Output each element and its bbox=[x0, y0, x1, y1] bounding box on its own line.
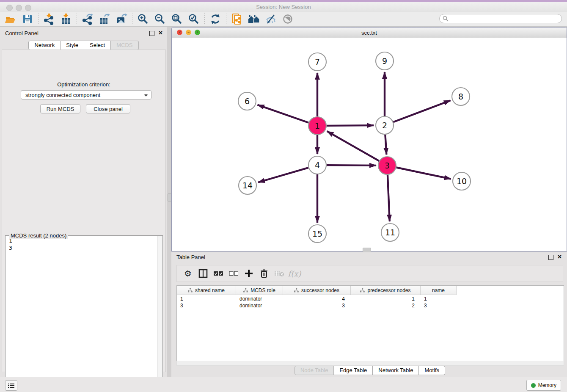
column-header-MCDS-role[interactable]: MCDS role bbox=[236, 286, 283, 295]
close-panel-button[interactable]: Close panel bbox=[86, 104, 130, 113]
tab-network-table[interactable]: Network Table bbox=[373, 366, 419, 375]
graph-node-8[interactable]: 8 bbox=[452, 88, 470, 105]
graph-node-9[interactable]: 9 bbox=[376, 52, 394, 70]
show-columns-icon[interactable] bbox=[195, 267, 211, 280]
select-all-checks-icon[interactable] bbox=[211, 267, 226, 280]
table-row[interactable]: 1dominator411 bbox=[177, 295, 457, 302]
optimization-criterion-label: Optimization criterion: bbox=[2, 81, 165, 88]
graph-node-6[interactable]: 6 bbox=[238, 92, 256, 110]
zoom-out-icon[interactable] bbox=[153, 13, 167, 25]
optimization-criterion-dropdown[interactable]: strongly connected component bbox=[21, 90, 151, 99]
node-table[interactable]: shared nameMCDS rolesuccessor nodesprede… bbox=[176, 285, 564, 362]
cell: 4 bbox=[283, 295, 351, 302]
graph-edge-3-1[interactable] bbox=[327, 131, 379, 161]
open-file-icon[interactable] bbox=[3, 13, 18, 25]
control-panel-title: Control Panel bbox=[5, 30, 39, 36]
graph-node-14[interactable]: 14 bbox=[239, 177, 256, 194]
import-network-icon[interactable] bbox=[42, 13, 56, 25]
add-column-icon[interactable] bbox=[241, 267, 256, 280]
result-line: 3 bbox=[9, 244, 12, 251]
show-all-networks-icon[interactable] bbox=[247, 13, 261, 25]
toolbar-separator bbox=[38, 13, 39, 25]
apply-layout-icon[interactable] bbox=[208, 13, 223, 25]
graph-edge-2-8[interactable] bbox=[394, 100, 451, 122]
cell: 1 bbox=[351, 295, 421, 302]
list-icon bbox=[8, 383, 14, 388]
graph-node-1[interactable]: 1 bbox=[308, 117, 326, 135]
close-panel-icon[interactable]: ✕ bbox=[557, 254, 562, 260]
export-network-icon[interactable] bbox=[80, 13, 95, 25]
network-window: x–+ scc.txt 7968124314101511 bbox=[171, 27, 567, 251]
cell: dominator bbox=[236, 302, 283, 309]
svg-text:4: 4 bbox=[315, 160, 320, 170]
dropdown-stepper-icon bbox=[144, 92, 148, 99]
import-table-icon[interactable] bbox=[59, 13, 73, 25]
delete-table-icon bbox=[272, 267, 287, 280]
table-panel: Table Panel ✕ ⚙ f( bbox=[171, 252, 567, 377]
network-view-canvas[interactable]: 7968124314101511 bbox=[172, 38, 567, 251]
tab-edge-table[interactable]: Edge Table bbox=[334, 366, 373, 375]
graph-edge-4-3[interactable] bbox=[327, 165, 376, 166]
tab-mcds[interactable]: MCDS bbox=[111, 41, 138, 50]
cell: 3 bbox=[421, 302, 457, 309]
tab-motifs[interactable]: Motifs bbox=[419, 366, 445, 375]
zoom-in-icon[interactable] bbox=[136, 13, 150, 25]
graph-edge-1-2[interactable] bbox=[327, 125, 374, 126]
task-history-button[interactable] bbox=[5, 380, 17, 391]
graph-edge-1-6[interactable] bbox=[258, 105, 309, 123]
delete-column-icon[interactable] bbox=[256, 267, 272, 280]
graph-node-2[interactable]: 2 bbox=[376, 116, 394, 134]
float-panel-icon[interactable] bbox=[149, 31, 154, 36]
graph-node-11[interactable]: 11 bbox=[381, 224, 399, 241]
toolbar-separator bbox=[226, 13, 226, 25]
tab-node-table[interactable]: Node Table bbox=[295, 366, 334, 375]
run-mcds-button[interactable]: Run MCDS bbox=[40, 104, 80, 113]
window-title: Session: New Session bbox=[0, 4, 567, 10]
table-header-row: shared nameMCDS rolesuccessor nodesprede… bbox=[177, 286, 457, 295]
tab-network[interactable]: Network bbox=[28, 41, 61, 50]
table-options-icon[interactable]: ⚙ bbox=[180, 267, 195, 280]
column-header-successor-nodes[interactable]: successor nodes bbox=[283, 286, 351, 295]
export-image-icon[interactable] bbox=[114, 13, 129, 25]
control-panel-tabs: NetworkStyleSelectMCDS bbox=[0, 41, 167, 50]
float-panel-icon[interactable] bbox=[548, 255, 553, 260]
graph-node-15[interactable]: 15 bbox=[308, 225, 326, 243]
graph-edge-2-3[interactable] bbox=[385, 135, 386, 155]
tab-style[interactable]: Style bbox=[61, 41, 84, 50]
svg-text:15: 15 bbox=[312, 229, 322, 238]
export-table-icon[interactable] bbox=[97, 13, 112, 25]
memory-status-icon bbox=[531, 383, 536, 388]
mcds-result-lines: 13 bbox=[6, 237, 12, 251]
column-header-name[interactable]: name bbox=[421, 286, 457, 295]
network-window-titlebar[interactable]: x–+ scc.txt bbox=[172, 28, 567, 38]
column-header-shared-name[interactable]: shared name bbox=[177, 286, 236, 295]
mcds-result-box[interactable]: MCDS result (2 nodes) 13 bbox=[5, 235, 163, 392]
horizontal-splitter-grip[interactable] bbox=[363, 248, 371, 252]
svg-text:10: 10 bbox=[457, 177, 467, 186]
graph-edge-3-11[interactable] bbox=[388, 175, 390, 221]
save-session-icon[interactable] bbox=[20, 13, 35, 25]
zoom-selected-icon[interactable] bbox=[187, 13, 201, 25]
hide-selected-icon[interactable] bbox=[264, 13, 278, 25]
memory-button[interactable]: Memory bbox=[526, 380, 561, 391]
graph-edge-4-14[interactable] bbox=[258, 168, 308, 182]
table-row[interactable]: 3dominator323 bbox=[177, 302, 457, 309]
search-input[interactable] bbox=[439, 14, 562, 23]
tab-select[interactable]: Select bbox=[84, 41, 111, 50]
column-header-predecessor-nodes[interactable]: predecessor nodes bbox=[351, 286, 421, 295]
table-hscrollbar[interactable] bbox=[176, 361, 564, 366]
graph-node-7[interactable]: 7 bbox=[308, 53, 326, 71]
show-hidden-icon[interactable] bbox=[281, 13, 295, 25]
graph-node-4[interactable]: 4 bbox=[308, 156, 326, 174]
zoom-fit-icon[interactable] bbox=[170, 13, 184, 25]
graph-node-10[interactable]: 10 bbox=[453, 172, 471, 190]
close-panel-icon[interactable]: ✕ bbox=[158, 30, 163, 36]
graph-node-3[interactable]: 3 bbox=[378, 157, 396, 174]
new-network-from-selection-icon[interactable] bbox=[230, 13, 244, 25]
deselect-all-checks-icon[interactable] bbox=[226, 267, 241, 280]
svg-text:2: 2 bbox=[382, 121, 387, 130]
svg-text:7: 7 bbox=[315, 57, 320, 66]
search-field-wrap bbox=[439, 14, 562, 23]
result-scrollbar[interactable] bbox=[157, 236, 162, 392]
graph-edge-3-10[interactable] bbox=[396, 168, 451, 179]
